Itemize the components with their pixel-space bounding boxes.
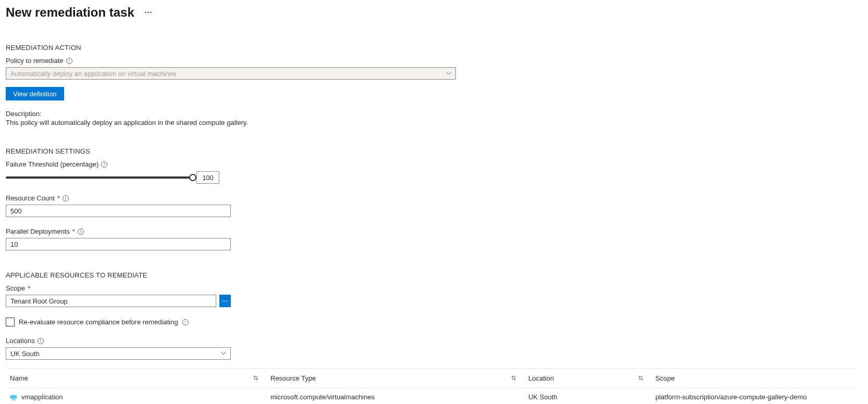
- description-label: Description:: [6, 110, 862, 118]
- cell-location: UK South: [528, 393, 557, 401]
- reevaluate-checkbox[interactable]: [6, 318, 15, 326]
- info-icon[interactable]: i: [66, 58, 72, 64]
- policy-to-remediate-select[interactable]: Automatically deploy an application on v…: [6, 67, 456, 80]
- virtual-machine-icon: [10, 394, 17, 401]
- required-asterisk: *: [28, 284, 30, 292]
- locations-label: Locations i: [6, 337, 862, 345]
- failure-threshold-label-text: Failure Threshold (percentage): [6, 160, 98, 168]
- cell-type: microsoft.compute/virtualmachines: [270, 393, 375, 401]
- scope-input[interactable]: Tenant Root Group: [6, 295, 216, 307]
- table-header: Name Resource Type Location Scope: [6, 368, 855, 388]
- parallel-deployments-label: Parallel Deployments * i: [6, 228, 862, 235]
- column-name-label: Name: [10, 374, 28, 382]
- scope-label: Scope *: [6, 284, 862, 292]
- locations-select[interactable]: UK South: [6, 347, 231, 360]
- description-text: This policy will automatically deploy an…: [6, 119, 862, 127]
- resources-table: Name Resource Type Location Scope vmappl…: [6, 368, 855, 404]
- cell-name: vmapplication: [21, 393, 63, 401]
- required-asterisk: *: [72, 228, 75, 235]
- sort-icon[interactable]: [638, 375, 647, 381]
- locations-value: UK South: [10, 350, 40, 358]
- parallel-deployments-input[interactable]: [6, 238, 231, 250]
- resource-count-label: Resource Count * i: [6, 194, 862, 202]
- scope-picker-button[interactable]: [219, 295, 231, 307]
- column-location[interactable]: Location: [524, 374, 651, 382]
- more-actions-icon[interactable]: ···: [145, 8, 153, 17]
- slider-thumb[interactable]: [189, 174, 196, 181]
- sort-icon[interactable]: [511, 375, 520, 381]
- info-icon[interactable]: i: [63, 195, 69, 201]
- required-asterisk: *: [57, 194, 60, 202]
- resource-count-input[interactable]: [6, 205, 231, 217]
- chevron-down-icon: [446, 71, 451, 76]
- column-type-label: Resource Type: [270, 374, 316, 382]
- table-row[interactable]: vmapplication microsoft.compute/virtualm…: [6, 388, 855, 404]
- scope-label-text: Scope: [6, 284, 25, 292]
- failure-threshold-value: 100: [196, 171, 219, 184]
- sort-icon[interactable]: [253, 375, 262, 381]
- policy-description: Description: This policy will automatica…: [6, 110, 862, 127]
- column-scope-label: Scope: [655, 374, 675, 382]
- info-icon[interactable]: i: [101, 161, 107, 168]
- parallel-deployments-label-text: Parallel Deployments: [6, 228, 70, 235]
- svg-rect-4: [12, 399, 15, 399]
- section-applicable-resources-heading: APPLICABLE RESOURCES TO REMEDIATE: [6, 271, 862, 279]
- section-remediation-settings-heading: REMEDIATION SETTINGS: [6, 147, 862, 155]
- info-icon[interactable]: i: [78, 229, 84, 235]
- resource-count-label-text: Resource Count: [6, 194, 55, 202]
- svg-rect-3: [10, 395, 17, 398]
- cell-scope: platform-subscription/azure-compute-gall…: [655, 393, 807, 401]
- svg-point-1: [225, 300, 226, 301]
- svg-rect-5: [11, 399, 16, 400]
- failure-threshold-label: Failure Threshold (percentage) i: [6, 160, 862, 168]
- reevaluate-label: Re-evaluate resource compliance before r…: [19, 318, 178, 326]
- section-remediation-action-heading: REMEDIATION ACTION: [6, 44, 862, 52]
- info-icon[interactable]: i: [182, 319, 189, 325]
- column-name[interactable]: Name: [6, 374, 266, 382]
- view-definition-button[interactable]: View definition: [6, 87, 64, 100]
- column-scope[interactable]: Scope: [651, 374, 855, 382]
- scope-value: Tenant Root Group: [10, 297, 68, 305]
- svg-point-2: [227, 300, 228, 301]
- policy-to-remediate-value: Automatically deploy an application on v…: [10, 70, 177, 78]
- locations-label-text: Locations: [6, 337, 35, 345]
- policy-to-remediate-label-text: Policy to remediate: [6, 57, 64, 65]
- column-resource-type[interactable]: Resource Type: [266, 374, 524, 382]
- page-title: New remediation task ···: [6, 5, 862, 20]
- info-icon[interactable]: i: [38, 338, 44, 344]
- page-title-text: New remediation task: [6, 5, 134, 20]
- chevron-down-icon: [221, 351, 226, 356]
- column-location-label: Location: [528, 374, 554, 382]
- policy-to-remediate-label: Policy to remediate i: [6, 57, 862, 65]
- failure-threshold-slider[interactable]: [6, 176, 193, 179]
- svg-point-0: [222, 300, 224, 301]
